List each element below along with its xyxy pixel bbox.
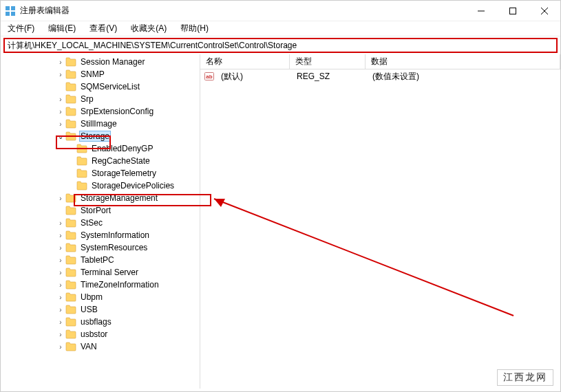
svg-line-10 [214, 199, 514, 316]
chevron-right-icon[interactable]: › [56, 108, 65, 116]
svg-text:ab: ab [206, 74, 212, 80]
tree-item-storport[interactable]: StorPort [1, 204, 200, 217]
chevron-right-icon[interactable]: › [56, 294, 65, 301]
chevron-right-icon[interactable]: › [56, 58, 65, 66]
chevron-right-icon[interactable]: › [56, 331, 65, 338]
tree-item-label: usbflags [79, 317, 113, 327]
tree-item-storage[interactable]: ⌄Storage [1, 130, 200, 142]
tree-item-usbflags[interactable]: ›usbflags [1, 316, 200, 328]
address-bar[interactable]: 计算机\HKEY_LOCAL_MACHINE\SYSTEM\CurrentCon… [3, 38, 558, 53]
tree-pane[interactable]: ›Session Manager›SNMPSQMServiceList›Srp›… [1, 54, 200, 389]
chevron-right-icon[interactable]: › [56, 120, 65, 128]
svg-rect-2 [6, 12, 10, 16]
svg-rect-5 [510, 8, 516, 14]
chevron-right-icon[interactable]: › [56, 232, 65, 239]
tree-item-usb[interactable]: ›USB [1, 303, 200, 316]
folder-icon [65, 305, 76, 314]
tree-item-ubpm[interactable]: ›Ubpm [1, 291, 200, 303]
tree-item-timezoneinformation[interactable]: ›TimeZoneInformation [1, 279, 200, 291]
folder-icon [76, 144, 87, 153]
tree-item-terminal-server[interactable]: ›Terminal Server [1, 266, 200, 279]
chevron-right-icon[interactable]: › [56, 257, 65, 264]
value-type: REG_SZ [291, 72, 367, 81]
folder-icon [65, 292, 76, 302]
chevron-right-icon[interactable]: › [56, 71, 65, 78]
tree-item-tabletpc[interactable]: ›TabletPC [1, 254, 200, 266]
tree-item-label: usbstor [79, 329, 109, 339]
menu-fav[interactable]: 收藏夹(A) [128, 21, 169, 36]
tree-item-systemresources[interactable]: ›SystemResources [1, 241, 200, 254]
tree-item-stillimage[interactable]: ›StillImage [1, 118, 200, 130]
tree-item-label: TabletPC [79, 255, 116, 265]
folder-icon [65, 57, 76, 67]
svg-rect-1 [11, 6, 15, 10]
tree-item-label: TimeZoneInformation [79, 280, 160, 290]
chevron-right-icon[interactable]: › [56, 306, 65, 314]
tree-item-label: SQMServiceList [79, 82, 141, 91]
tree-item-label: StorageDevicePolicies [90, 181, 176, 190]
minimize-button[interactable] [465, 1, 497, 21]
titlebar: 注册表编辑器 [1, 1, 560, 21]
col-name[interactable]: 名称 [200, 54, 290, 69]
tree-item-srp[interactable]: ›Srp [1, 93, 200, 105]
col-data[interactable]: 数据 [366, 54, 560, 69]
tree-item-session-manager[interactable]: ›Session Manager [1, 56, 200, 68]
window-title: 注册表编辑器 [20, 5, 465, 17]
chevron-right-icon[interactable]: › [56, 195, 65, 202]
value-data: (数值未设置) [367, 71, 425, 83]
folder-icon [65, 119, 76, 129]
folder-icon [65, 206, 76, 215]
tree-item-storagedevicepolicies[interactable]: StorageDevicePolicies [1, 179, 200, 192]
folder-icon [65, 230, 76, 240]
tree-item-snmp[interactable]: ›SNMP [1, 68, 200, 80]
folder-icon [65, 342, 76, 351]
tree-item-usbstor[interactable]: ›usbstor [1, 328, 200, 340]
chevron-right-icon[interactable]: › [56, 219, 65, 227]
tree-item-srpextensionconfig[interactable]: ›SrpExtensionConfig [1, 105, 200, 118]
chevron-right-icon[interactable]: › [56, 96, 65, 103]
tree-item-label: Terminal Server [79, 268, 140, 277]
chevron-right-icon[interactable]: › [56, 343, 65, 351]
folder-icon [65, 255, 76, 265]
tree-item-label: VAN [79, 342, 98, 351]
string-value-icon: ab [204, 72, 214, 81]
tree-item-label: StorPort [79, 206, 112, 215]
tree-item-systeminformation[interactable]: ›SystemInformation [1, 229, 200, 241]
svg-marker-11 [214, 199, 225, 207]
menu-edit[interactable]: 编辑(E) [45, 21, 78, 36]
value-row[interactable]: ab (默认) REG_SZ (数值未设置) [200, 69, 560, 83]
col-type[interactable]: 类型 [290, 54, 366, 69]
tree-item-label: Srp [79, 94, 95, 104]
menu-view[interactable]: 查看(V) [87, 21, 120, 36]
folder-icon [76, 168, 87, 178]
tree-item-label: StorageTelemetry [90, 168, 158, 178]
tree-item-storagetelemetry[interactable]: StorageTelemetry [1, 167, 200, 179]
tree-item-sqmservicelist[interactable]: SQMServiceList [1, 80, 200, 93]
tree-item-stsec[interactable]: ›StSec [1, 217, 200, 229]
menu-help[interactable]: 帮助(H) [178, 21, 211, 36]
chevron-right-icon[interactable]: › [56, 281, 65, 289]
folder-icon [65, 329, 76, 339]
tree-item-label: StorageManagement [79, 193, 159, 203]
tree-item-label: EnabledDenyGP [90, 144, 154, 153]
close-button[interactable] [529, 1, 560, 21]
chevron-right-icon[interactable]: › [56, 269, 65, 276]
app-icon [5, 6, 16, 17]
folder-icon [65, 131, 76, 141]
tree-item-label: Session Manager [79, 57, 146, 67]
tree-item-van[interactable]: ›VAN [1, 340, 200, 353]
watermark: 江西龙网 [497, 369, 553, 386]
address-path: 计算机\HKEY_LOCAL_MACHINE\SYSTEM\CurrentCon… [8, 40, 297, 52]
window-root: 注册表编辑器 文件(F) 编辑(E) 查看(V) 收藏夹(A) 帮助(H) 计算… [0, 0, 561, 392]
chevron-right-icon[interactable]: › [56, 318, 65, 326]
chevron-down-icon[interactable]: ⌄ [56, 133, 65, 140]
tree-item-label: USB [79, 305, 99, 314]
chevron-right-icon[interactable]: › [56, 244, 65, 252]
tree-item-regcachestate[interactable]: RegCacheState [1, 155, 200, 167]
maximize-button[interactable] [497, 1, 529, 21]
tree-item-storagemanagement[interactable]: ›StorageManagement [1, 192, 200, 204]
tree-item-label: Storage [79, 131, 111, 142]
tree-item-enableddenygp[interactable]: EnabledDenyGP [1, 142, 200, 155]
menu-file[interactable]: 文件(F) [5, 21, 37, 36]
folder-icon [65, 82, 76, 91]
